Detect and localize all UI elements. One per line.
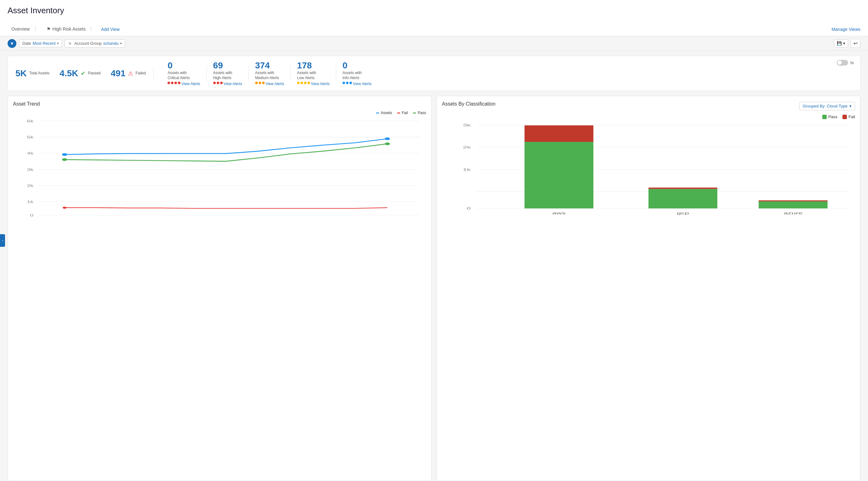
legend-fail-label: Fail	[402, 110, 408, 115]
low-alerts-label: Assets withLow Alerts	[297, 71, 316, 81]
tab-overview-menu[interactable]: ⋮	[32, 26, 39, 32]
bar-legend-pass-label: Pass	[828, 115, 837, 119]
legend-assets: Assets	[376, 110, 392, 115]
critical-dot-1	[167, 82, 170, 84]
alerts-section: 0 Assets withCritical Alerts View Alerts…	[154, 61, 852, 86]
grouped-by-button[interactable]: Grouped By: Cloud Type ▾	[799, 102, 855, 110]
sidebar-expand-button[interactable]: ›	[0, 234, 5, 247]
assets-classification-title: Assets By Classification	[442, 101, 496, 107]
low-dots: View Alerts	[297, 82, 330, 86]
filter-icon[interactable]: ▼	[7, 39, 17, 48]
svg-text:3k: 3k	[463, 123, 471, 127]
failed-number: 491	[111, 68, 126, 78]
legend-fail: Fail	[397, 110, 408, 115]
tab-high-risk-menu[interactable]: ⋮	[87, 26, 95, 32]
date-filter-arrow: ▾	[57, 42, 59, 45]
toggle-thumb	[837, 61, 842, 65]
high-alerts-count: 69	[213, 61, 223, 71]
manage-views-button[interactable]: Manage Views	[831, 27, 861, 32]
high-alerts-item: 69 Assets withHigh Alerts View Alerts	[207, 61, 249, 86]
page-container: Asset Inventory Overview ⋮ ⚑ High Risk A…	[0, 0, 868, 481]
medium-alerts-label: Assets withMedium Alerts	[255, 71, 279, 81]
low-view-alerts-link[interactable]: View Alerts	[311, 82, 330, 86]
legend-pass-label: Pass	[417, 110, 426, 115]
tab-overview[interactable]: Overview ⋮	[7, 22, 43, 36]
svg-text:3k: 3k	[27, 168, 34, 171]
date-filter-chip[interactable]: Date Most Recent ▾	[19, 39, 62, 47]
passed-number: 4.5K	[60, 68, 78, 78]
svg-text:gcp: gcp	[677, 211, 689, 215]
gcp-pass-bar	[649, 189, 717, 209]
critical-alerts-label: Assets withCritical Alerts	[167, 71, 190, 81]
high-dot-2	[217, 82, 219, 84]
svg-text:0: 0	[466, 206, 471, 211]
critical-alerts-item: 0 Assets withCritical Alerts View Alerts	[161, 61, 206, 86]
percent-label: %	[850, 61, 854, 65]
assets-by-classification-card: Assets By Classification Grouped By: Clo…	[436, 96, 861, 481]
high-alerts-label: Assets withHigh Alerts	[213, 71, 232, 81]
bar-legend-pass: Pass	[822, 115, 837, 119]
bar-legend-fail: Fail	[842, 115, 855, 119]
svg-point-24	[63, 207, 67, 209]
critical-view-alerts-link[interactable]: View Alerts	[181, 82, 200, 86]
fail-alert-icon: ⚠	[128, 70, 133, 77]
legend-assets-label: Assets	[381, 110, 392, 115]
info-alerts-label: Assets withInfo Alerts	[343, 71, 362, 81]
grouped-by-arrow: ▾	[849, 104, 851, 108]
filter-save-button[interactable]: 💾 ▾	[834, 39, 848, 47]
medium-alerts-item: 374 Assets withMedium Alerts View Alerts	[249, 61, 290, 86]
info-dot-2	[346, 82, 348, 84]
info-view-alerts-link[interactable]: View Alerts	[353, 82, 372, 86]
account-group-label: Account Group	[74, 41, 101, 46]
save-arrow: ▾	[843, 41, 845, 46]
low-dot-3	[304, 82, 307, 84]
account-group-close-icon[interactable]: ✕	[68, 41, 72, 46]
line-chart-svg: 6k 5k 4k 3k 2k 1k 0 12. Dec 26. Dec 9. J…	[13, 118, 426, 218]
info-dot-1	[343, 82, 345, 84]
tab-overview-label: Overview	[11, 27, 30, 32]
asset-trend-card: Asset Trend Assets Fail Pass	[7, 96, 432, 481]
legend-dot-pass	[413, 113, 416, 114]
gcp-fail-bar	[649, 188, 717, 189]
percent-toggle-switch[interactable]	[837, 60, 848, 66]
svg-point-23	[385, 142, 390, 145]
medium-view-alerts-link[interactable]: View Alerts	[266, 82, 284, 86]
header: Asset Inventory	[0, 0, 868, 22]
percent-toggle[interactable]: %	[837, 60, 854, 66]
filter-bar: ▼ Date Most Recent ▾ ✕ Account Group sch…	[0, 36, 868, 51]
svg-text:2k: 2k	[463, 145, 471, 150]
date-filter-value: Most Recent	[32, 41, 56, 46]
bar-chart-header: Assets By Classification Grouped By: Clo…	[442, 101, 855, 110]
account-group-filter-chip[interactable]: ✕ Account Group schandu ▾	[65, 39, 125, 47]
filter-undo-button[interactable]: ↩	[851, 39, 861, 48]
legend-dot-assets	[376, 113, 379, 114]
svg-text:0: 0	[30, 214, 33, 217]
svg-text:4k: 4k	[27, 152, 34, 155]
svg-text:1k: 1k	[463, 167, 471, 171]
date-filter-label: Date	[22, 41, 31, 46]
medium-alerts-count: 374	[255, 61, 270, 71]
svg-text:5k: 5k	[27, 135, 34, 139]
high-view-alerts-link[interactable]: View Alerts	[224, 82, 242, 86]
med-dot-2	[259, 82, 261, 84]
total-assets-number: 5K	[16, 68, 27, 78]
info-dot-3	[349, 82, 352, 84]
legend-pass: Pass	[413, 110, 426, 115]
add-view-button[interactable]: Add View	[101, 27, 120, 32]
svg-text:1k: 1k	[27, 200, 34, 204]
grouped-by-label: Grouped By: Cloud Type	[803, 104, 847, 108]
legend-dot-fail	[397, 113, 400, 114]
charts-row: Asset Trend Assets Fail Pass	[7, 96, 861, 481]
med-dot-3	[262, 82, 265, 84]
low-dot-1	[297, 82, 300, 84]
svg-text:2k: 2k	[27, 184, 34, 188]
tab-high-risk-assets[interactable]: ⚑ High Risk Assets ⋮	[43, 22, 98, 36]
info-alerts-item: 0 Assets withInfo Alerts View Alerts	[336, 61, 378, 86]
high-dot-3	[220, 82, 223, 84]
bar-chart-area: 3k 2k 1k 0 aws gcp	[442, 122, 855, 223]
page-title: Asset Inventory	[7, 6, 861, 15]
bar-chart-svg: 3k 2k 1k 0 aws gcp	[442, 122, 855, 223]
flag-icon: ⚑	[47, 27, 51, 32]
high-dots: View Alerts	[213, 82, 242, 86]
svg-text:aws: aws	[552, 211, 566, 215]
